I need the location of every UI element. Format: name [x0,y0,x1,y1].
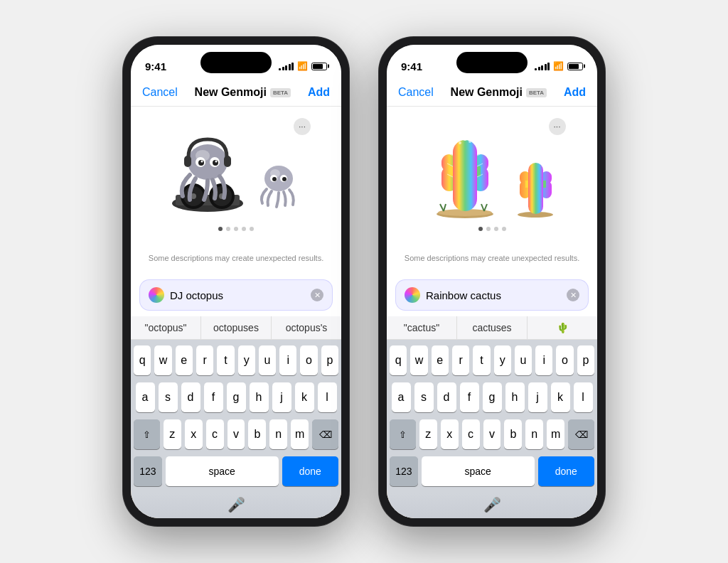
more-button-left[interactable]: ··· [294,118,311,135]
key-b-left[interactable]: b [248,419,266,449]
key-q-left[interactable]: q [134,345,151,375]
key-f-right[interactable]: f [460,382,479,412]
key-l-right[interactable]: l [574,382,593,412]
genmoji-icon-left [149,287,164,303]
status-icons-right: 📶 [535,61,583,71]
key-o-left[interactable]: o [300,345,317,375]
dot-5 [250,227,254,231]
key-g-right[interactable]: g [483,382,502,412]
key-t-left[interactable]: t [217,345,234,375]
svg-rect-16 [184,156,191,167]
dots-indicator-right [478,227,506,231]
space-key-left[interactable]: space [166,456,279,486]
nav-title-area-right: New Genmoji BETA [451,86,547,99]
key-q-right[interactable]: q [390,345,407,375]
delete-key-right[interactable]: ⌫ [568,419,594,449]
shift-key-right[interactable]: ⇧ [390,419,416,449]
search-input-right[interactable]: Rainbow cactus [426,289,561,301]
keyboard-right: q w e r t y u i o p a s d f g h [387,340,597,518]
search-area-left: DJ octopus ✕ [131,274,341,316]
search-bar-right[interactable]: Rainbow cactus ✕ [395,279,589,311]
key-j-right[interactable]: j [528,382,547,412]
key-f-left[interactable]: f [204,382,223,412]
num-key-right[interactable]: 123 [390,456,418,486]
key-a-left[interactable]: a [136,382,155,412]
keyboard-left: q w e r t y u i o p a s d f g h [131,340,341,518]
suggestion-0-left[interactable]: "octopus" [131,316,201,339]
key-p-right[interactable]: p [577,345,594,375]
search-input-left[interactable]: DJ octopus [170,289,305,301]
clear-button-right[interactable]: ✕ [567,289,579,301]
key-d-left[interactable]: d [181,382,200,412]
key-z-left[interactable]: z [164,419,181,449]
key-y-left[interactable]: y [238,345,255,375]
key-k-left[interactable]: k [295,382,314,412]
dj-octopus-main [168,132,247,214]
key-t-right[interactable]: t [473,345,490,375]
key-v-left[interactable]: v [228,419,245,449]
key-u-left[interactable]: u [259,345,276,375]
key-i-right[interactable]: i [535,345,552,375]
key-h-left[interactable]: h [250,382,269,412]
key-k-right[interactable]: k [551,382,570,412]
key-i-left[interactable]: i [279,345,296,375]
done-key-right[interactable]: done [538,456,594,486]
key-r-right[interactable]: r [452,345,469,375]
key-w-left[interactable]: w [154,345,171,375]
mic-icon-left[interactable]: 🎤 [228,496,245,513]
kb-row-4-left: 123 space done [134,456,338,486]
key-o-right[interactable]: o [556,345,573,375]
key-z-right[interactable]: z [419,419,437,449]
key-y-right[interactable]: y [494,345,511,375]
cancel-button-right[interactable]: Cancel [398,86,434,99]
key-s-right[interactable]: s [414,382,434,412]
add-button-right[interactable]: Add [564,86,586,99]
key-x-left[interactable]: x [185,419,203,449]
key-r-left[interactable]: r [196,345,213,375]
key-w-right[interactable]: w [410,345,427,375]
dots-indicator-left [218,227,254,231]
key-n-left[interactable]: n [269,419,287,449]
key-p-left[interactable]: p [321,345,338,375]
suggestion-2-right[interactable]: 🌵 [528,316,597,339]
kb-row-2-left: a s d f g h j k l [134,382,338,412]
kb-row-2-right: a s d f g h j k l [390,382,594,412]
more-button-right[interactable]: ··· [549,118,566,135]
key-v-right[interactable]: v [483,419,501,449]
key-s-left[interactable]: s [159,382,178,412]
key-j-left[interactable]: j [272,382,291,412]
space-key-right[interactable]: space [422,456,535,486]
cancel-button-left[interactable]: Cancel [142,86,178,99]
key-g-left[interactable]: g [227,382,246,412]
key-m-left[interactable]: m [291,419,309,449]
key-e-right[interactable]: e [432,345,449,375]
search-bar-left[interactable]: DJ octopus ✕ [139,279,333,311]
key-d-right[interactable]: d [437,382,456,412]
clear-button-left[interactable]: ✕ [311,289,323,301]
add-button-left[interactable]: Add [308,86,330,99]
key-a-right[interactable]: a [392,382,411,412]
mic-icon-right[interactable]: 🎤 [483,496,501,513]
delete-key-left[interactable]: ⌫ [312,419,338,449]
suggestion-2-left[interactable]: octopus's [272,316,341,339]
key-c-left[interactable]: c [206,419,224,449]
emoji-display-right: ··· [419,118,566,221]
suggestion-0-right[interactable]: "cactus" [387,316,457,339]
key-n-right[interactable]: n [525,419,543,449]
key-e-left[interactable]: e [176,345,193,375]
shift-key-left[interactable]: ⇧ [134,419,160,449]
key-l-left[interactable]: l [318,382,337,412]
key-c-right[interactable]: c [462,419,480,449]
key-x-right[interactable]: x [441,419,459,449]
num-key-left[interactable]: 123 [134,456,162,486]
suggestion-1-left[interactable]: octopuses [201,316,272,339]
emoji-display-left: ··· [161,118,311,221]
key-b-right[interactable]: b [504,419,522,449]
key-h-right[interactable]: h [505,382,525,412]
svg-rect-17 [224,156,231,167]
done-key-left[interactable]: done [282,456,338,486]
key-u-right[interactable]: u [515,345,532,375]
key-m-right[interactable]: m [547,419,564,449]
suggestion-1-right[interactable]: cactuses [457,316,528,339]
signal-icon-left [279,62,294,70]
